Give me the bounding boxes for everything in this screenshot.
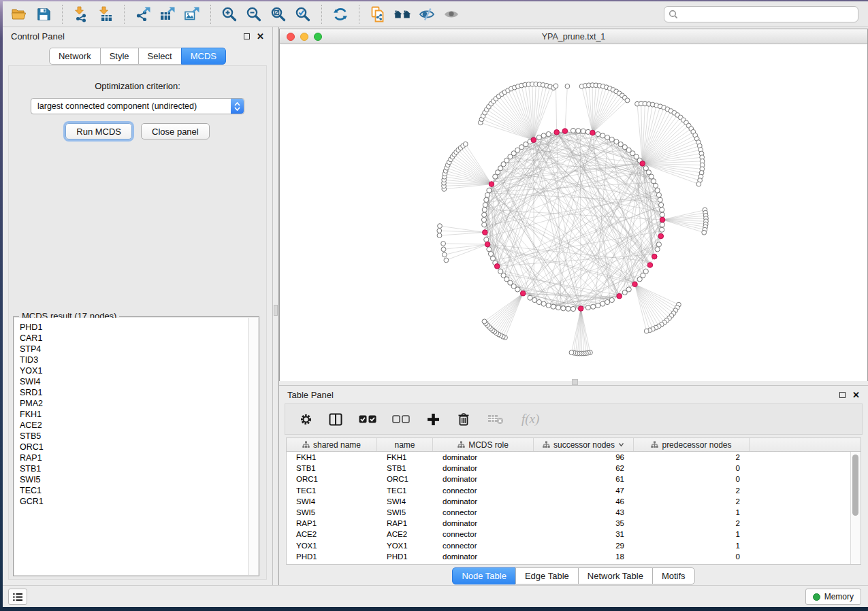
- mcds-result-item[interactable]: PMA2: [20, 398, 258, 409]
- import-network-icon[interactable]: [69, 4, 93, 24]
- column-header-shared-name[interactable]: shared name: [287, 438, 377, 451]
- float-panel-icon[interactable]: [244, 33, 250, 39]
- zoom-fit-icon[interactable]: [266, 4, 291, 24]
- mcds-result-list[interactable]: PHD1CAR1STP4TID3YOX1SWI4SRD1PMA2FKH1ACE2…: [14, 318, 258, 575]
- tab-style[interactable]: Style: [100, 48, 139, 65]
- table-row[interactable]: SWI5SWI5connector431: [287, 507, 861, 518]
- hide-selected-icon[interactable]: [415, 4, 439, 24]
- close-panel-icon[interactable]: ✕: [852, 391, 860, 399]
- window-close-icon[interactable]: [287, 33, 295, 41]
- table-row[interactable]: ACE2ACE2connector311: [287, 529, 861, 540]
- table-cell: 2: [634, 519, 750, 527]
- mcds-result-item[interactable]: ORC1: [20, 442, 258, 452]
- table-cell: SWI4: [377, 497, 433, 506]
- table-row[interactable]: SWI4SWI4dominator462: [287, 496, 861, 507]
- gear-icon[interactable]: [299, 409, 312, 429]
- add-row-icon[interactable]: [425, 409, 440, 429]
- mcds-result-fieldset: MCDS result (17 nodes) PHD1CAR1STP4TID3Y…: [13, 316, 259, 576]
- select-all-icon[interactable]: [359, 409, 376, 429]
- node-table[interactable]: shared namenameMCDS rolesuccessor nodesp…: [286, 437, 861, 565]
- run-mcds-button[interactable]: Run MCDS: [65, 123, 132, 139]
- column-header-successor-nodes[interactable]: successor nodes: [534, 438, 634, 451]
- table-tab-edge-table[interactable]: Edge Table: [515, 567, 579, 584]
- refresh-icon[interactable]: [328, 4, 353, 24]
- mcds-scrollbar[interactable]: [248, 318, 258, 575]
- mcds-result-item[interactable]: RAP1: [20, 452, 258, 463]
- first-neighbors-icon[interactable]: [390, 4, 415, 24]
- table-tab-node-table[interactable]: Node Table: [452, 567, 516, 584]
- divider-handle[interactable]: [274, 305, 278, 316]
- delete-icon[interactable]: [456, 409, 471, 429]
- table-row[interactable]: FKH1FKH1dominator962: [287, 452, 861, 463]
- window-minimize-icon[interactable]: [300, 33, 308, 41]
- window-zoom-icon[interactable]: [314, 33, 322, 41]
- clone-network-icon[interactable]: [366, 4, 390, 24]
- import-table-icon[interactable]: [93, 4, 118, 24]
- delete-column-icon[interactable]: [487, 409, 504, 429]
- scrollbar-thumb[interactable]: [852, 455, 858, 516]
- panel-divider-vertical[interactable]: [272, 27, 279, 585]
- table-panel-header: Table Panel ✕: [279, 386, 868, 403]
- export-table-icon[interactable]: [155, 4, 180, 24]
- table-cell: YOX1: [377, 542, 433, 550]
- search-input[interactable]: [664, 6, 858, 22]
- criterion-select[interactable]: largest connected component (undirected): [31, 98, 244, 114]
- table-cell: PHD1: [377, 552, 433, 561]
- column-header-name[interactable]: name: [377, 438, 433, 451]
- table-row[interactable]: STB1STB1dominator620: [287, 463, 861, 474]
- table-scrollbar[interactable]: [850, 452, 861, 564]
- mcds-result-item[interactable]: STB5: [20, 431, 258, 442]
- table-row[interactable]: TEC1TEC1connector472: [287, 485, 861, 496]
- columns-icon[interactable]: [328, 409, 343, 429]
- toolbar-separator: [62, 5, 63, 24]
- control-panel: Control Panel ✕ NetworkStyleSelectMCDS O…: [3, 27, 272, 585]
- show-all-icon[interactable]: [439, 4, 464, 24]
- export-image-icon[interactable]: [180, 4, 204, 24]
- tab-mcds[interactable]: MCDS: [181, 48, 226, 65]
- network-window-titlebar[interactable]: YPA_prune.txt_1: [280, 29, 867, 44]
- column-header-MCDS-role[interactable]: MCDS role: [433, 438, 534, 451]
- memory-button[interactable]: Memory: [805, 589, 861, 605]
- table-tab-network-table[interactable]: Network Table: [578, 567, 653, 584]
- table-row[interactable]: RAP1RAP1dominator352: [287, 518, 861, 529]
- function-builder-icon[interactable]: f(x): [520, 409, 543, 429]
- shared-attr-icon: [457, 441, 465, 448]
- mcds-result-item[interactable]: STB1: [20, 463, 258, 474]
- deselect-all-icon[interactable]: [392, 409, 410, 429]
- table-cell: connector: [433, 542, 534, 550]
- mcds-result-item[interactable]: FKH1: [20, 409, 258, 420]
- close-panel-button[interactable]: Close panel: [141, 123, 210, 139]
- mcds-result-item[interactable]: SWI5: [20, 474, 258, 485]
- column-header-predecessor-nodes[interactable]: predecessor nodes: [634, 438, 750, 451]
- mcds-result-item[interactable]: PHD1: [20, 322, 258, 333]
- export-network-icon[interactable]: [131, 4, 155, 24]
- zoom-in-icon[interactable]: [217, 4, 242, 24]
- divider-handle[interactable]: [572, 379, 578, 385]
- mcds-result-item[interactable]: TEC1: [20, 485, 258, 496]
- mcds-result-item[interactable]: ACE2: [20, 420, 258, 431]
- table-header-row: shared namenameMCDS rolesuccessor nodesp…: [287, 438, 861, 452]
- table-row[interactable]: PHD1PHD1dominator180: [287, 551, 861, 562]
- mcds-result-item[interactable]: SWI4: [20, 376, 258, 387]
- zoom-selected-icon[interactable]: [291, 4, 315, 24]
- mcds-result-item[interactable]: YOX1: [20, 365, 258, 376]
- close-panel-icon[interactable]: ✕: [257, 32, 264, 41]
- table-row[interactable]: YOX1YOX1connector291: [287, 540, 861, 551]
- mcds-result-item[interactable]: GCR1: [20, 496, 258, 507]
- float-panel-icon[interactable]: [839, 392, 846, 398]
- table-cell: STB1: [377, 464, 433, 472]
- open-file-icon[interactable]: [7, 4, 31, 24]
- mcds-result-item[interactable]: CAR1: [20, 333, 258, 344]
- mcds-result-item[interactable]: TID3: [20, 354, 258, 365]
- task-history-button[interactable]: [8, 589, 27, 605]
- table-row[interactable]: ORC1ORC1dominator610: [287, 474, 861, 484]
- tab-network[interactable]: Network: [49, 48, 101, 65]
- mcds-result-item[interactable]: STP4: [20, 344, 258, 354]
- table-cell: 1: [634, 530, 750, 538]
- zoom-out-icon[interactable]: [242, 4, 266, 24]
- tab-select[interactable]: Select: [138, 48, 182, 65]
- table-tab-motifs[interactable]: Motifs: [652, 567, 695, 584]
- network-canvas[interactable]: [280, 44, 868, 382]
- mcds-result-item[interactable]: SRD1: [20, 387, 258, 398]
- save-session-icon[interactable]: [31, 4, 56, 24]
